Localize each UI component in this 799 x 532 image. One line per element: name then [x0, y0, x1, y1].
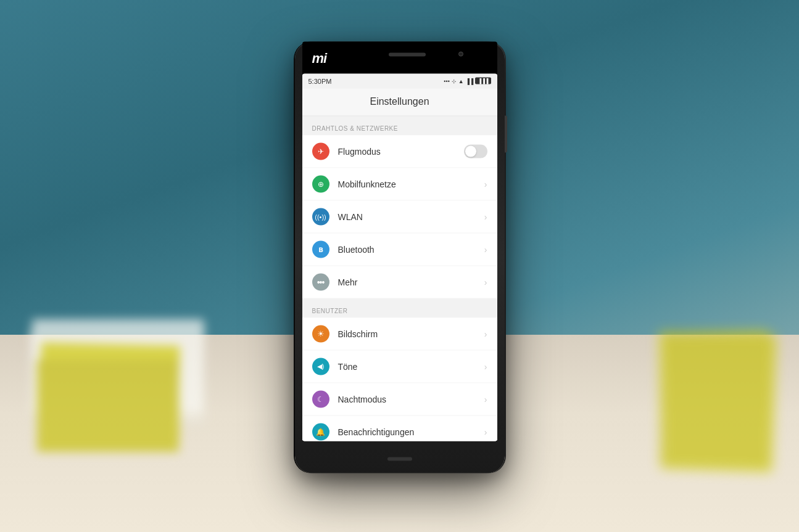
flugmodus-toggle[interactable]: [464, 144, 487, 158]
status-bar: 5:30PM ••• ⊹ ▲ ▐▐ ▐▐▐: [302, 73, 497, 88]
home-indicator[interactable]: [387, 457, 412, 460]
network-icon: ▐▐: [466, 78, 474, 84]
bluetooth-label: Bluetooth: [338, 244, 484, 254]
toene-icon: ◀): [312, 358, 329, 375]
mehr-icon: •••: [312, 273, 329, 290]
status-time: 5:30PM: [308, 77, 332, 84]
benachrichtigungen-icon: 🔔: [312, 423, 329, 440]
settings-item-bildschirm[interactable]: ☀ Bildschirm ›: [302, 317, 497, 350]
mobilfunknetze-icon: ⊕: [312, 175, 329, 192]
settings-list-benutzer: ☀ Bildschirm › ◀) Töne ›: [302, 317, 497, 441]
bildschirm-arrow: ›: [484, 329, 487, 338]
nachtmodus-icon: ☾: [312, 390, 329, 407]
bildschirm-label: Bildschirm: [338, 329, 484, 338]
bluetooth-arrow: ›: [484, 244, 487, 254]
phone-screen: 5:30PM ••• ⊹ ▲ ▐▐ ▐▐▐ Einstellungen DRAH…: [302, 73, 497, 441]
toene-label: Töne: [338, 361, 484, 371]
settings-list-drahtlos: ✈ Flugmodus ⊕ Mobilfunknetze ›: [302, 135, 497, 298]
settings-item-benachrichtigungen[interactable]: 🔔 Benachrichtigungen ›: [302, 415, 497, 441]
nachtmodus-arrow: ›: [484, 394, 487, 404]
benachrichtigungen-label: Benachrichtigungen: [338, 427, 484, 436]
wifi-icon: ▲: [458, 78, 464, 84]
phone-top-bar: [302, 41, 497, 73]
section-label-benutzer: BENUTZER: [302, 298, 497, 317]
signal-icon: ⊹: [452, 78, 457, 84]
mehr-label: Mehr: [338, 277, 484, 287]
settings-item-flugmodus[interactable]: ✈ Flugmodus: [302, 135, 497, 168]
wlan-icon: ((•)): [312, 208, 329, 225]
dots-icon: •••: [444, 78, 449, 84]
speaker: [389, 52, 426, 56]
mobilfunknetze-label: Mobilfunknetze: [338, 179, 484, 189]
toggle-knob: [465, 145, 476, 157]
paper-stack-right: [639, 298, 774, 470]
mobilfunknetze-arrow: ›: [484, 179, 487, 189]
settings-item-wlan[interactable]: ((•)) WLAN ›: [302, 200, 497, 233]
side-button[interactable]: [505, 115, 507, 152]
toene-arrow: ›: [484, 361, 487, 371]
bildschirm-icon: ☀: [312, 325, 329, 342]
settings-item-nachtmodus[interactable]: ☾ Nachtmodus ›: [302, 383, 497, 415]
settings-item-bluetooth[interactable]: ʙ Bluetooth ›: [302, 233, 497, 266]
settings-title: Einstellungen: [370, 96, 429, 106]
mi-logo: mi: [312, 50, 327, 66]
mehr-arrow: ›: [484, 277, 487, 287]
status-icons: ••• ⊹ ▲ ▐▐ ▐▐▐: [444, 78, 491, 84]
benachrichtigungen-arrow: ›: [484, 427, 487, 436]
screen-content: Einstellungen DRAHTLOS & NETZWERKE ✈ Flu…: [302, 88, 497, 441]
settings-item-toene[interactable]: ◀) Töne ›: [302, 350, 497, 383]
phone-device: mi 5:30PM ••• ⊹ ▲ ▐▐ ▐▐▐ Einstellung: [295, 35, 505, 479]
wlan-label: WLAN: [338, 211, 484, 221]
wlan-arrow: ›: [484, 211, 487, 221]
battery-icon: ▐▐▐: [475, 78, 491, 84]
bluetooth-icon: ʙ: [312, 240, 329, 258]
phone-body: mi 5:30PM ••• ⊹ ▲ ▐▐ ▐▐▐ Einstellung: [295, 41, 505, 473]
flugmodus-icon: ✈: [312, 142, 329, 160]
settings-item-mehr[interactable]: ••• Mehr ›: [302, 266, 497, 298]
section-label-drahtlos: DRAHTLOS & NETZWERKE: [302, 116, 497, 135]
paper-stack-left: [31, 316, 228, 452]
camera: [458, 51, 463, 56]
nachtmodus-label: Nachtmodus: [338, 394, 484, 404]
flugmodus-label: Flugmodus: [338, 146, 464, 156]
settings-item-mobilfunknetze[interactable]: ⊕ Mobilfunknetze ›: [302, 168, 497, 200]
settings-header: Einstellungen: [302, 88, 497, 116]
